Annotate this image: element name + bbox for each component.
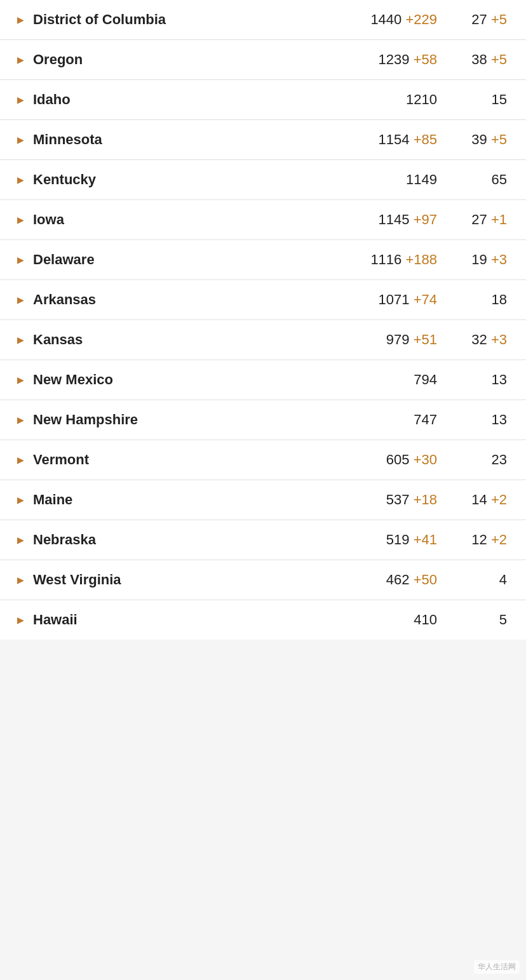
table-row[interactable]: ▶Minnesota1154 +8539 +5 bbox=[0, 120, 526, 160]
deaths-count: 4 bbox=[437, 572, 513, 588]
chevron-right-icon: ▶ bbox=[13, 495, 28, 505]
cases-count: 605 +30 bbox=[285, 452, 437, 468]
deaths-count: 13 bbox=[437, 372, 513, 388]
watermark: 华人生活网 bbox=[474, 960, 520, 974]
deaths-count: 12 +2 bbox=[437, 532, 513, 548]
cases-count: 1239 +58 bbox=[285, 51, 437, 68]
chevron-right-icon: ▶ bbox=[13, 55, 28, 65]
deaths-increment: +1 bbox=[487, 211, 507, 227]
table-row[interactable]: ▶Nebraska519 +4112 +2 bbox=[0, 520, 526, 560]
table-row[interactable]: ▶Arkansas1071 +7418 bbox=[0, 280, 526, 320]
cases-increment: +51 bbox=[410, 332, 437, 347]
state-name: Delaware bbox=[28, 252, 285, 268]
cases-count: 462 +50 bbox=[285, 572, 437, 588]
chevron-right-icon: ▶ bbox=[13, 135, 28, 145]
chevron-right-icon: ▶ bbox=[13, 15, 28, 25]
cases-count: 747 bbox=[285, 412, 437, 428]
deaths-count: 27 +5 bbox=[437, 11, 513, 28]
state-name: District of Columbia bbox=[28, 11, 285, 28]
cases-count: 519 +41 bbox=[285, 532, 437, 548]
deaths-increment: +2 bbox=[487, 492, 507, 507]
cases-increment: +97 bbox=[410, 211, 437, 227]
cases-count: 979 +51 bbox=[285, 332, 437, 348]
deaths-count: 27 +1 bbox=[437, 211, 513, 228]
cases-count: 1071 +74 bbox=[285, 292, 437, 308]
cases-count: 1116 +188 bbox=[285, 252, 437, 268]
cases-count: 1149 bbox=[285, 171, 437, 188]
table-row[interactable]: ▶Delaware1116 +18819 +3 bbox=[0, 240, 526, 280]
table-row[interactable]: ▶District of Columbia1440 +22927 +5 bbox=[0, 0, 526, 40]
cases-count: 1145 +97 bbox=[285, 211, 437, 228]
deaths-count: 38 +5 bbox=[437, 51, 513, 68]
table-row[interactable]: ▶Kansas979 +5132 +3 bbox=[0, 320, 526, 360]
cases-count: 1154 +85 bbox=[285, 131, 437, 148]
deaths-count: 13 bbox=[437, 412, 513, 428]
cases-increment: +74 bbox=[410, 292, 437, 307]
table-row[interactable]: ▶Idaho121015 bbox=[0, 80, 526, 120]
state-name: New Hampshire bbox=[28, 412, 285, 428]
cases-count: 1210 bbox=[285, 91, 437, 108]
deaths-count: 18 bbox=[437, 292, 513, 308]
chevron-right-icon: ▶ bbox=[13, 175, 28, 185]
deaths-count: 32 +3 bbox=[437, 332, 513, 348]
cases-increment: +229 bbox=[401, 11, 437, 27]
state-name: Nebraska bbox=[28, 532, 285, 548]
deaths-increment: +3 bbox=[487, 252, 507, 267]
cases-count: 537 +18 bbox=[285, 492, 437, 508]
cases-count: 410 bbox=[285, 612, 437, 628]
chevron-right-icon: ▶ bbox=[13, 255, 28, 265]
chevron-right-icon: ▶ bbox=[13, 95, 28, 105]
state-name: Maine bbox=[28, 492, 285, 508]
chevron-right-icon: ▶ bbox=[13, 535, 28, 545]
table-row[interactable]: ▶Oregon1239 +5838 +5 bbox=[0, 40, 526, 80]
deaths-increment: +5 bbox=[487, 131, 507, 147]
state-name: New Mexico bbox=[28, 372, 285, 388]
table-row[interactable]: ▶Hawaii4105 bbox=[0, 600, 526, 640]
chevron-right-icon: ▶ bbox=[13, 295, 28, 305]
deaths-increment: +5 bbox=[487, 51, 507, 67]
cases-increment: +41 bbox=[410, 532, 437, 547]
deaths-increment: +5 bbox=[487, 11, 507, 27]
chevron-right-icon: ▶ bbox=[13, 615, 28, 625]
state-name: Hawaii bbox=[28, 612, 285, 628]
state-name: Kentucky bbox=[28, 171, 285, 188]
deaths-count: 65 bbox=[437, 171, 513, 188]
cases-increment: +85 bbox=[410, 131, 437, 147]
table-row[interactable]: ▶Iowa1145 +9727 +1 bbox=[0, 200, 526, 240]
table-row[interactable]: ▶New Mexico79413 bbox=[0, 360, 526, 400]
cases-increment: +50 bbox=[410, 572, 437, 587]
table-row[interactable]: ▶New Hampshire74713 bbox=[0, 400, 526, 440]
cases-increment: +188 bbox=[401, 252, 437, 267]
chevron-right-icon: ▶ bbox=[13, 215, 28, 225]
deaths-count: 23 bbox=[437, 452, 513, 468]
deaths-increment: +3 bbox=[487, 332, 507, 347]
deaths-count: 15 bbox=[437, 91, 513, 108]
state-name: Idaho bbox=[28, 91, 285, 108]
cases-increment: +18 bbox=[410, 492, 437, 507]
table-row[interactable]: ▶Kentucky114965 bbox=[0, 160, 526, 200]
table-row[interactable]: ▶Vermont605 +3023 bbox=[0, 440, 526, 480]
state-name: Kansas bbox=[28, 332, 285, 348]
deaths-count: 39 +5 bbox=[437, 131, 513, 148]
chevron-right-icon: ▶ bbox=[13, 455, 28, 465]
cases-increment: +30 bbox=[410, 452, 437, 467]
chevron-right-icon: ▶ bbox=[13, 575, 28, 585]
state-name: Arkansas bbox=[28, 292, 285, 308]
cases-increment: +58 bbox=[410, 51, 437, 67]
chevron-right-icon: ▶ bbox=[13, 415, 28, 425]
state-name: Vermont bbox=[28, 452, 285, 468]
deaths-increment: +2 bbox=[487, 532, 507, 547]
state-name: Iowa bbox=[28, 211, 285, 228]
chevron-right-icon: ▶ bbox=[13, 375, 28, 385]
deaths-count: 19 +3 bbox=[437, 252, 513, 268]
table-row[interactable]: ▶Maine537 +1814 +2 bbox=[0, 480, 526, 520]
covid-table: ▶District of Columbia1440 +22927 +5▶Oreg… bbox=[0, 0, 526, 640]
deaths-count: 14 +2 bbox=[437, 492, 513, 508]
cases-count: 1440 +229 bbox=[285, 11, 437, 28]
state-name: West Virginia bbox=[28, 572, 285, 588]
state-name: Minnesota bbox=[28, 131, 285, 148]
cases-count: 794 bbox=[285, 372, 437, 388]
state-name: Oregon bbox=[28, 51, 285, 68]
table-row[interactable]: ▶West Virginia462 +504 bbox=[0, 560, 526, 600]
deaths-count: 5 bbox=[437, 612, 513, 628]
